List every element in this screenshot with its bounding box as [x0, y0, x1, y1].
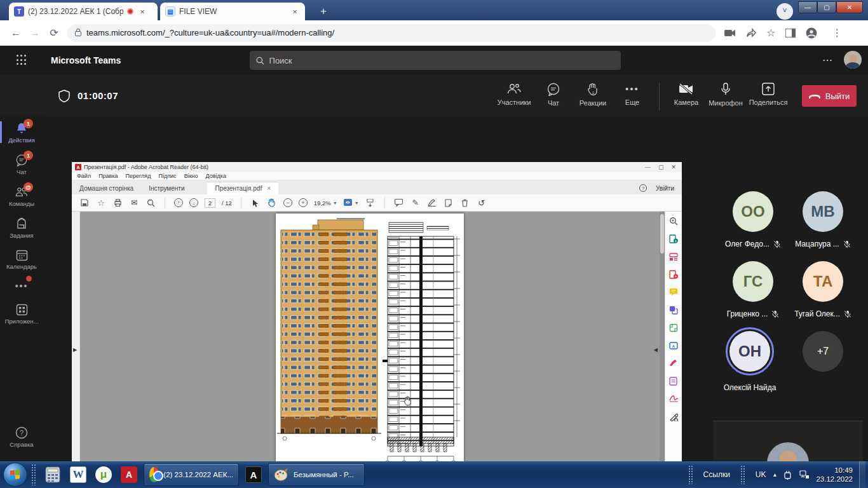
menu-view[interactable]: Перегляд	[126, 173, 151, 179]
comment-button[interactable]	[394, 197, 404, 208]
email-button[interactable]: ✉	[129, 197, 139, 208]
zoom-out-button[interactable]: −	[283, 198, 292, 207]
delete-button[interactable]	[460, 197, 470, 208]
show-desktop-button[interactable]	[859, 461, 865, 488]
share-page-icon[interactable]	[746, 28, 756, 38]
acrobat-help-icon[interactable]: ?	[639, 184, 647, 192]
sidebar-item-more[interactable]: •••	[0, 274, 43, 298]
user-avatar[interactable]	[844, 51, 862, 69]
menu-file[interactable]: Файл	[77, 173, 91, 179]
back-button[interactable]: ←	[6, 27, 25, 39]
tab-close-button[interactable]: ×	[137, 7, 147, 17]
refresh-button[interactable]: ⟳	[44, 27, 64, 39]
browser-tab-teams[interactable]: T (2) 23.12.2022 АЕК 1 (Собра ×	[9, 3, 158, 20]
show-hidden-icons-button[interactable]: ▲	[773, 472, 778, 478]
signin-button[interactable]: Увійти	[656, 185, 674, 192]
page-number-input[interactable]: 2	[205, 198, 215, 208]
language-indicator[interactable]: UK	[756, 470, 766, 479]
sidebar-item-assignments[interactable]: Задания	[0, 212, 43, 243]
print-button[interactable]	[112, 197, 123, 208]
hand-tool-button[interactable]	[267, 197, 277, 208]
acrobat-minimize-button[interactable]: —	[645, 164, 651, 170]
page-up-button[interactable]: ↑	[174, 198, 183, 207]
start-button[interactable]	[3, 463, 27, 487]
tab-search-chevron-button[interactable]: ˅	[776, 3, 793, 20]
participants-button[interactable]: Участники	[496, 80, 532, 106]
close-button[interactable]: ✕	[836, 1, 863, 13]
zoom-level-select[interactable]: 19,2% ▼	[314, 200, 337, 207]
menu-sign[interactable]: Підпис	[159, 173, 177, 179]
menu-window[interactable]: Вікно	[184, 173, 198, 179]
paint-task-button[interactable]: Безымянный - P...	[268, 463, 365, 486]
share-button[interactable]: Поделиться	[747, 80, 789, 106]
profile-icon[interactable]	[806, 27, 817, 39]
calculator-taskbar-icon[interactable]	[40, 462, 65, 487]
tab-home[interactable]: Домашня сторінка	[72, 182, 141, 194]
sidebar-item-chat[interactable]: 1 Чат	[0, 148, 43, 180]
save-button[interactable]	[79, 197, 90, 208]
star-button[interactable]: ☆	[96, 197, 106, 208]
new-tab-button[interactable]: +	[316, 4, 331, 20]
menu-edit[interactable]: Правка	[98, 173, 118, 179]
tab-close-button[interactable]: ×	[290, 7, 300, 17]
acrobat-taskbar-icon-w7[interactable]: A	[116, 462, 142, 487]
camera-button[interactable]: Камера	[668, 80, 704, 106]
tab-document[interactable]: Презентація.pdf ×	[207, 182, 278, 194]
collapse-right-panel-icon[interactable]: ◀	[654, 347, 658, 353]
participant-tile[interactable]: ОО Олег Федо...	[718, 191, 788, 248]
app-launcher-icon[interactable]	[17, 55, 28, 66]
combine-files-icon[interactable]	[669, 306, 679, 315]
browser-menu-icon[interactable]: ⋮	[827, 27, 846, 39]
organize-pages-icon[interactable]	[669, 252, 679, 262]
sidebar-item-teams[interactable]: @ Команды	[0, 180, 43, 212]
camera-in-use-icon[interactable]	[724, 29, 736, 37]
participant-tile-speaking[interactable]: ОН Олексій Найда	[715, 327, 785, 392]
doc-tab-close-icon[interactable]: ×	[267, 185, 271, 192]
search-input[interactable]	[269, 56, 614, 65]
minimize-button[interactable]: —	[798, 1, 817, 13]
pencil-button[interactable]: ✎	[410, 197, 421, 208]
participant-tile[interactable]: ГС Гриценко ...	[718, 261, 788, 318]
sidebar-item-activity[interactable]: 1 Действия	[0, 116, 43, 148]
scroll-mode-button[interactable]	[365, 197, 376, 208]
acrobat-title-bar[interactable]: A Презентація.pdf - Adobe Acrobat Reader…	[72, 162, 682, 172]
participant-tile[interactable]: МВ Мацапура ...	[788, 191, 858, 248]
fill-sign-icon[interactable]	[669, 359, 679, 369]
autocad-task-button[interactable]: A	[241, 462, 266, 487]
word-taskbar-icon[interactable]: W	[65, 462, 91, 487]
search-box[interactable]	[250, 51, 621, 70]
power-plug-icon[interactable]	[783, 470, 793, 480]
search-tool-icon[interactable]	[669, 217, 679, 226]
more-actions-button[interactable]: ••• Еще	[614, 80, 650, 106]
utorrent-taskbar-icon[interactable]: μ	[91, 462, 116, 487]
sidebar-item-apps[interactable]: Приложен...	[0, 298, 43, 329]
edit-tools-icon[interactable]	[669, 412, 679, 422]
acrobat-close-button[interactable]: ✕	[671, 164, 676, 170]
forward-button[interactable]: →	[25, 27, 44, 39]
menu-help[interactable]: Довідка	[206, 173, 226, 179]
stamp-button[interactable]	[444, 197, 454, 208]
convert-pdf-icon[interactable]: A	[669, 341, 679, 351]
teams-more-menu[interactable]: ⋯	[822, 54, 834, 66]
sidebar-item-calendar[interactable]: Календарь	[0, 243, 43, 274]
compress-pdf-icon[interactable]	[669, 323, 679, 333]
find-button[interactable]	[146, 197, 156, 208]
links-toolbar-label[interactable]: Ссылки	[703, 470, 730, 479]
clock[interactable]: 10:49 23.12.2022	[816, 466, 853, 484]
more-tools-doc-icon[interactable]	[669, 377, 679, 386]
chrome-task-button[interactable]: (2) 23.12.2022 АЕК...	[144, 463, 239, 486]
participant-tile[interactable]: ТА Тугай Олек...	[788, 261, 858, 318]
expand-left-panel-icon[interactable]: ▶	[73, 347, 77, 353]
sidebar-item-help[interactable]: ? Справка	[0, 421, 43, 452]
side-panel-icon[interactable]	[785, 29, 796, 37]
overflow-participants-tile[interactable]: +7	[788, 331, 858, 372]
request-signatures-icon[interactable]	[669, 395, 679, 404]
scrollbar-thumb[interactable]	[660, 214, 664, 254]
microphone-button[interactable]: Микрофон	[708, 80, 743, 107]
vertical-scrollbar[interactable]	[660, 212, 665, 488]
network-icon[interactable]	[799, 470, 810, 479]
acrobat-restore-button[interactable]: ▢	[658, 164, 664, 170]
left-panel-collapsed[interactable]: ▶	[72, 212, 80, 488]
pdf-canvas[interactable]: ◀	[80, 212, 660, 488]
tab-tools[interactable]: Інструменти	[141, 182, 192, 194]
